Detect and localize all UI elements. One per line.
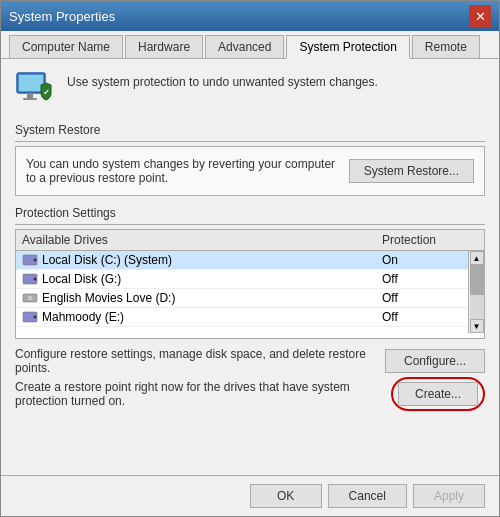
info-description: Use system protection to undo unwanted s…	[67, 71, 378, 89]
computer-icon-area: ✓	[15, 71, 55, 111]
close-button[interactable]: ✕	[469, 5, 491, 27]
protection-column-header: Protection	[382, 233, 462, 247]
tab-content: ✓ Use system protection to undo unwanted…	[1, 59, 499, 475]
table-row[interactable]: Local Disk (C:) (System) On	[16, 251, 468, 270]
create-row: Create a restore point right now for the…	[15, 377, 485, 411]
table-row[interactable]: English Movies Love (D:) Off	[16, 289, 468, 308]
drive-name: Local Disk (C:) (System)	[42, 253, 382, 267]
info-row: ✓ Use system protection to undo unwanted…	[15, 71, 485, 111]
svg-rect-1	[19, 75, 43, 91]
svg-text:✓: ✓	[43, 88, 50, 97]
scroll-thumb[interactable]	[470, 265, 484, 295]
drive-protection: Off	[382, 272, 462, 286]
drive-name: English Movies Love (D:)	[42, 291, 382, 305]
configure-button[interactable]: Configure...	[385, 349, 485, 373]
scroll-track[interactable]	[470, 265, 484, 319]
cancel-button[interactable]: Cancel	[328, 484, 407, 508]
protection-settings-label: Protection Settings	[15, 206, 485, 220]
apply-button[interactable]: Apply	[413, 484, 485, 508]
drive-icon	[22, 310, 38, 324]
drive-protection: Off	[382, 310, 462, 324]
system-restore-button[interactable]: System Restore...	[349, 159, 474, 183]
scroll-up-arrow[interactable]: ▲	[470, 251, 484, 265]
svg-point-6	[34, 259, 37, 262]
svg-point-8	[34, 278, 37, 281]
drives-list: Local Disk (C:) (System) On Local Disk (…	[16, 251, 468, 333]
system-restore-row: You can undo system changes by reverting…	[26, 157, 474, 185]
table-row[interactable]: Local Disk (G:) Off	[16, 270, 468, 289]
dvd-drive-icon	[22, 291, 38, 305]
svg-point-11	[29, 297, 31, 299]
drives-scrollbar[interactable]: ▲ ▼	[468, 251, 484, 333]
table-row[interactable]: Mahmoody (E:) Off	[16, 308, 468, 327]
drive-name: Mahmoody (E:)	[42, 310, 382, 324]
drive-protection: On	[382, 253, 462, 267]
tab-advanced[interactable]: Advanced	[205, 35, 284, 58]
drive-icon	[22, 253, 38, 267]
dialog-footer: OK Cancel Apply	[1, 475, 499, 516]
title-bar: System Properties ✕	[1, 1, 499, 31]
system-restore-section: System Restore You can undo system chang…	[15, 119, 485, 196]
system-properties-window: System Properties ✕ Computer Name Hardwa…	[0, 0, 500, 517]
tab-bar: Computer Name Hardware Advanced System P…	[1, 31, 499, 59]
svg-rect-2	[27, 93, 33, 98]
tab-computer-name[interactable]: Computer Name	[9, 35, 123, 58]
system-restore-description: You can undo system changes by reverting…	[26, 157, 339, 185]
drives-column-header: Available Drives	[22, 233, 382, 247]
tab-system-protection[interactable]: System Protection	[286, 35, 409, 59]
tab-hardware[interactable]: Hardware	[125, 35, 203, 58]
tab-remote[interactable]: Remote	[412, 35, 480, 58]
drive-protection: Off	[382, 291, 462, 305]
create-button-wrapper: Create...	[391, 377, 485, 411]
ok-button[interactable]: OK	[250, 484, 322, 508]
protection-settings-section: Protection Settings Available Drives Pro…	[15, 204, 485, 411]
configure-description: Configure restore settings, manage disk …	[15, 347, 375, 375]
scroll-down-arrow[interactable]: ▼	[470, 319, 484, 333]
drive-icon	[22, 272, 38, 286]
system-restore-box: You can undo system changes by reverting…	[15, 146, 485, 196]
create-description: Create a restore point right now for the…	[15, 380, 381, 408]
system-restore-label: System Restore	[15, 123, 485, 137]
svg-rect-3	[23, 98, 37, 100]
create-button[interactable]: Create...	[398, 382, 478, 406]
drives-table: Available Drives Protection Local Disk (…	[15, 229, 485, 339]
drive-name: Local Disk (G:)	[42, 272, 382, 286]
svg-point-13	[34, 316, 37, 319]
drives-table-header: Available Drives Protection	[16, 230, 484, 251]
configure-row: Configure restore settings, manage disk …	[15, 347, 485, 375]
computer-shield-icon: ✓	[15, 71, 55, 109]
create-button-highlight: Create...	[391, 377, 485, 411]
window-title: System Properties	[9, 9, 115, 24]
drives-table-body: Local Disk (C:) (System) On Local Disk (…	[16, 251, 484, 333]
